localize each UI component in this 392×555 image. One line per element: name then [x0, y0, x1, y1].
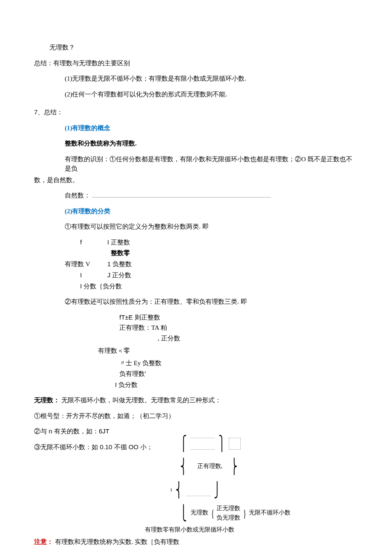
dotted-box-top [190, 438, 215, 450]
tree2-row1: fT±E 则正整数 [34, 313, 358, 322]
summary-heading: 总结：有理数与无理数的主要区别 [34, 58, 358, 68]
brace-icon: ⎨ [176, 479, 182, 502]
dotted-box-small [229, 438, 241, 450]
brace-icon: } [243, 505, 246, 523]
natural-number-label: 自然数： [65, 192, 90, 199]
brace-icon: ⎩ [180, 502, 187, 525]
blank-underline [92, 197, 271, 198]
figure-neg-irrational: 负无理数 [216, 513, 240, 523]
brace-icon: ⎬ [231, 455, 238, 478]
tree1-r3a: 有理数 V [65, 260, 106, 269]
tree2-row3: , 正分数 [34, 334, 358, 343]
tree1-r1a: f [80, 238, 106, 247]
figure-irrational-label: 无理数 [190, 510, 208, 516]
concept-1-title: (1)有理数的概念 [34, 123, 358, 133]
figure-pos-irrational: 正无理数 [216, 504, 240, 513]
natural-number-row: 自然数： [34, 191, 358, 200]
figure-positive-rational: 正有理数, [197, 463, 223, 470]
iota-symbol: ι [170, 486, 172, 493]
tree2-row4: 有理数＜零 [34, 346, 358, 355]
question-text: 无理数？ [34, 43, 358, 52]
concept-1-detail-line1: 有理数的识别：①任何分数都是有理数，有限小数和无限循环小数也都是有理数；②O 既… [34, 154, 358, 174]
concept-2-title: (2)有理数的分类 [34, 206, 358, 216]
concept-1-definition: 整数和分数统称为有理数. [34, 139, 358, 148]
summary-item-2: (2)任何一个有理数都可以化为分数的形式而无理数则不能. [34, 90, 358, 99]
note-label: 注意： [34, 538, 53, 545]
note-text: 有理数和无理数统称为实数. 实数［负有理数 [55, 538, 180, 545]
section-7-heading: 7、总结： [34, 108, 358, 117]
concept-1-detail-line2: 数，是自然数。 [34, 175, 358, 185]
tree2-row2: 正有理数：TA 粕 [34, 323, 358, 332]
figure-irrational-desc: 无限不循环小数 [249, 510, 291, 516]
brace-icon: ⎫ [219, 432, 225, 455]
real-number-figure: ⎧ ⎫ ⎨ 正有理数, ⎬ ι ⎨ ⎭ ⎩ 无理数 { 正无理数 [170, 432, 358, 535]
tree1-row1: f I 正整数 [34, 238, 358, 247]
tree1-r3b: 1 负整数 [107, 260, 132, 267]
figure-rational-zero: 有理数零有限小数或无限循环小数 [145, 525, 358, 535]
brace-icon: ⎨ [180, 455, 187, 478]
dotted-box-bottom [186, 484, 210, 496]
note-row: 注意： 有理数和无理数统称为实数. 实数［负有理数 [34, 537, 358, 547]
tree2-row7: I 负分数 [34, 380, 358, 390]
summary-item-1: (1)无理数是无限不循环小数；有理数是有限小数或无限循环小数. [34, 74, 358, 84]
classification-2-intro: ②有理数还可以按照性质分为：正有理数、零和负有理数三类. 即 [34, 297, 358, 307]
irrational-label: 无理数： [34, 397, 60, 404]
tree1-row4: I J 正分数 [34, 270, 358, 280]
tree1-row5: I 分数｛负分数 [34, 282, 358, 291]
tree2-row6: 负有理数' [34, 369, 358, 378]
tree1-r4a: I [80, 270, 106, 279]
brace-icon: ⎧ [180, 432, 187, 455]
brace-icon: ⎭ [214, 479, 221, 502]
irrational-row: 无理数： 无限不循环小数，叫做无理数。无理数常见的三种形式： [34, 395, 358, 405]
tree2-row5: 〃士 Ey 负整数 [34, 359, 358, 368]
irrational-form-1: ①根号型：开方开不尽的数，如遁；（初二学习） [34, 411, 358, 421]
brace-icon: { [211, 505, 214, 523]
tree1-r1b: I 正整数 [107, 238, 130, 246]
tree1-r4b: J 正分数 [107, 271, 132, 279]
tree1-row3: 有理数 V 1 负整数 [34, 259, 358, 269]
irrational-text: 无限不循环小数，叫做无理数。无理数常见的三种形式： [61, 397, 221, 404]
classification-1-intro: ①有理数可以按照它的定义分为整数和分数两类. 即 [34, 222, 358, 232]
tree1-row2: 整数零 [34, 249, 358, 258]
